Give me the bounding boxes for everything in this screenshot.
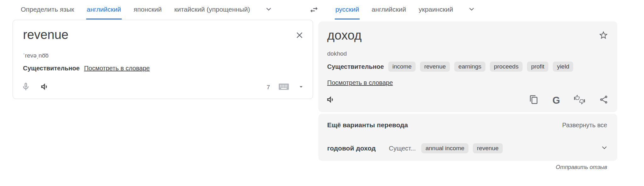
- tab-target-ukrainian[interactable]: украинский: [418, 0, 454, 19]
- chevron-down-icon: [468, 5, 476, 14]
- source-languages-expand-button[interactable]: [265, 0, 273, 19]
- share-translation-button[interactable]: [599, 95, 608, 106]
- copy-translation-button[interactable]: [529, 95, 539, 106]
- thumbs-up-down-icon: [574, 95, 585, 106]
- source-text-card[interactable]: revenue ˈrevəˌno͞o Существительное Посмо…: [13, 20, 313, 99]
- search-on-google-button[interactable]: G: [552, 96, 560, 105]
- rate-translation-button[interactable]: [574, 95, 585, 106]
- target-languages-expand-button[interactable]: [468, 0, 476, 19]
- copy-icon: [529, 95, 539, 106]
- source-toolbar: 7: [21, 80, 305, 94]
- synonym-chip[interactable]: revenue: [420, 62, 450, 72]
- chevron-down-icon: [600, 144, 608, 153]
- tab-source-japanese[interactable]: японский: [133, 0, 162, 19]
- tab-source-english[interactable]: английский: [86, 0, 122, 19]
- google-icon: G: [552, 96, 560, 105]
- keyboard-icon: [278, 83, 289, 92]
- translation-synonyms-row: Существительное income revenue earnings …: [327, 62, 573, 72]
- google-translate-page: Определить язык английский японский кита…: [0, 0, 644, 186]
- more-translation-row[interactable]: годовой доход Сущест... annual income re…: [327, 141, 608, 155]
- more-translations-panel: Ещё варианты перевода Развернуть все год…: [318, 114, 617, 161]
- clear-source-button[interactable]: [293, 30, 306, 42]
- dropdown-arrow-icon: [298, 83, 305, 91]
- tab-target-english[interactable]: английский: [371, 0, 406, 19]
- virtual-keyboard-button[interactable]: [278, 83, 289, 92]
- save-translation-button[interactable]: [597, 30, 610, 42]
- synonym-chip[interactable]: income: [388, 62, 416, 72]
- microphone-icon: [21, 82, 31, 93]
- synonym-chip[interactable]: profit: [527, 62, 548, 72]
- source-pos-label: Существительное: [23, 65, 80, 72]
- swap-arrows-icon: [309, 5, 319, 16]
- speaker-icon: [40, 82, 50, 93]
- send-feedback-link[interactable]: Отправить отзыв: [556, 164, 607, 171]
- voice-input-button[interactable]: [21, 82, 31, 93]
- source-pronunciation: ˈrevəˌno͞o: [23, 52, 48, 59]
- expand-row-button[interactable]: [600, 144, 608, 153]
- star-icon: [598, 30, 608, 41]
- chevron-down-icon: [265, 5, 273, 14]
- translation-text: доход: [327, 28, 361, 42]
- translation-pos-label: Существительное: [327, 63, 384, 70]
- close-icon: [295, 31, 304, 41]
- synonym-chip[interactable]: proceeds: [490, 62, 523, 72]
- translation-dictionary-link[interactable]: Посмотреть в словаре: [327, 79, 393, 86]
- source-language-tabbar: Определить язык английский японский кита…: [20, 0, 273, 19]
- more-translations-title: Ещё варианты перевода: [327, 121, 408, 129]
- synonym-chip[interactable]: yield: [553, 62, 573, 72]
- row-pos-label: Сущест...: [389, 145, 416, 152]
- tab-target-russian[interactable]: русский: [335, 0, 360, 19]
- tab-source-chinese[interactable]: китайский (упрощенный): [174, 0, 251, 19]
- listen-translation-button[interactable]: [326, 95, 336, 106]
- share-icon: [599, 95, 608, 106]
- source-dictionary-link[interactable]: Посмотреть в словаре: [84, 65, 150, 72]
- swap-languages-button[interactable]: [307, 3, 321, 17]
- synonym-chip[interactable]: earnings: [454, 62, 485, 72]
- tab-detect-language[interactable]: Определить язык: [20, 0, 75, 19]
- expand-all-button[interactable]: Развернуть все: [562, 122, 607, 129]
- translation-transliteration: dokhod: [327, 50, 347, 57]
- source-part-of-speech-row: Существительное Посмотреть в словаре: [23, 65, 150, 72]
- character-count: 7: [266, 84, 270, 91]
- row-phrase: годовой доход: [327, 145, 376, 152]
- listen-source-button[interactable]: [40, 82, 50, 93]
- source-text-input[interactable]: revenue: [23, 28, 69, 42]
- speaker-icon: [326, 95, 336, 106]
- translation-chip[interactable]: revenue: [473, 143, 503, 153]
- keyboard-options-button[interactable]: [298, 83, 305, 91]
- translation-toolbar: G: [326, 93, 608, 107]
- translation-chip[interactable]: annual income: [421, 143, 468, 153]
- target-language-tabbar: русский английский украинский: [335, 0, 476, 19]
- translation-card: доход dokhod Существительное income reve…: [318, 21, 617, 112]
